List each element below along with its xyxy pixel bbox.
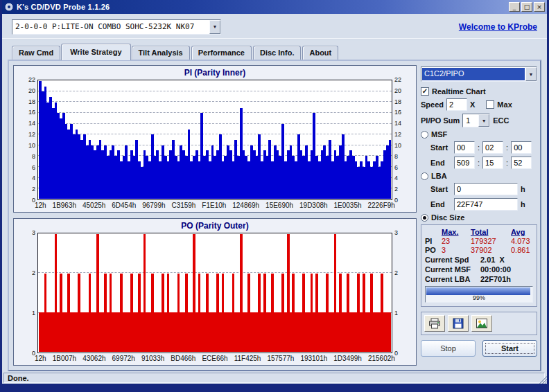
y-tick-label: 2 — [394, 269, 410, 276]
tab-about[interactable]: About — [302, 46, 338, 60]
disc-size-label: Disc Size — [431, 213, 464, 222]
stats-corner — [425, 228, 442, 236]
mode-dropdown-arrow-icon[interactable]: ▼ — [525, 67, 537, 81]
current-msf-row: Current MSF 00:00:00 — [425, 265, 533, 274]
disc-size-radio[interactable]: Disc Size — [421, 213, 537, 222]
y-tick-label: 8 — [394, 153, 410, 160]
y-tick-label: 18 — [20, 98, 35, 105]
main-panel: PI (Parity Inner) 0022446688101012121414… — [8, 60, 541, 371]
current-msf-value: 00:00:00 — [480, 265, 511, 274]
y-tick-label: 0 — [20, 197, 35, 204]
max-label: Max — [497, 100, 512, 109]
x-tick-label: F1E10h — [202, 202, 226, 211]
device-dropdown-arrow-icon[interactable]: ▼ — [209, 20, 220, 34]
y-tick-label: 12 — [20, 131, 35, 138]
msf-start-min-input[interactable] — [454, 141, 475, 154]
y-tick-label: 3 — [20, 229, 35, 236]
po-chart-panel: PO (Parity Outer) 00112233 12h1B007h4306… — [13, 218, 417, 366]
current-speed-label: Current Spd — [425, 256, 476, 264]
y-tick-label: 20 — [20, 87, 35, 94]
lba-end-unit: h — [521, 200, 525, 208]
realtime-chart-label: Realtime Chart — [432, 87, 486, 96]
stats-row-pi-label: PI — [425, 237, 442, 245]
y-tick-label: 22 — [394, 76, 410, 83]
po-plot-outer: 00112233 — [37, 233, 392, 353]
y-tick-label: 3 — [394, 229, 410, 236]
x-tick-label: BD466h — [171, 355, 195, 364]
x-tick-label: 12h — [35, 202, 46, 211]
tab-tilt-analysis[interactable]: Tilt Analysis — [132, 46, 190, 60]
po-plot — [37, 233, 392, 353]
po-x-axis-labels: 12h1B007h43062h69972h91033hBD466hECE66h1… — [35, 355, 395, 364]
y-tick-label: 4 — [394, 175, 410, 181]
maximize-button[interactable]: □ — [521, 2, 532, 12]
x-tick-label: 96799h — [142, 202, 165, 211]
radio-unselected-icon — [421, 172, 428, 180]
y-tick-label: 0 — [20, 350, 35, 357]
print-button[interactable] — [424, 315, 445, 332]
lba-radio[interactable]: LBA — [421, 172, 537, 180]
msf-end-min-input[interactable] — [454, 157, 475, 169]
device-select[interactable]: 2-0-0-0 P:LITE-ON COMBO SOHC-5232K NK07 … — [12, 19, 221, 35]
stop-button[interactable]: Stop — [421, 340, 476, 357]
msf-end-frame-input[interactable] — [511, 157, 532, 169]
x-tick-label: 1B963h — [53, 202, 76, 211]
y-tick-label: 16 — [20, 109, 35, 116]
y-tick-label: 1 — [20, 310, 35, 317]
y-tick-label: 4 — [20, 175, 35, 181]
tab-write-strategy[interactable]: Write Strategy — [61, 44, 130, 60]
y-tick-label: 2 — [20, 186, 35, 193]
y-tick-label: 22 — [20, 76, 35, 83]
realtime-chart-checkbox[interactable]: ✓ Realtime Chart — [421, 87, 486, 96]
pi-x-axis-labels: 12h1B963h45025h6D454h96799hC3159hF1E10h1… — [35, 202, 395, 211]
speed-input[interactable] — [446, 98, 467, 111]
pi-plot-outer: 00224466881010121214141616181820202222 — [37, 80, 392, 200]
app-icon — [4, 2, 14, 12]
y-tick-label: 2 — [394, 186, 410, 193]
y-tick-label: 16 — [394, 109, 410, 116]
titlebar: K's CD/DVD Probe 1.1.26 _ □ × — [2, 0, 547, 14]
msf-start-sec-input[interactable] — [482, 141, 503, 154]
floppy-disk-icon — [453, 318, 464, 329]
app-window: K's CD/DVD Probe 1.1.26 _ □ × 2-0-0-0 P:… — [0, 0, 549, 392]
welcome-link[interactable]: Welcome to KProbe — [459, 22, 537, 32]
msf-end-sec-input[interactable] — [482, 157, 503, 169]
x-tick-label: 2226F9h — [367, 202, 394, 211]
printer-icon — [428, 318, 441, 329]
x-tick-label: 1D3499h — [333, 355, 362, 364]
statusbar: Done. — [2, 372, 547, 384]
resize-grip-icon[interactable] — [538, 375, 547, 384]
lba-end-label: End — [430, 200, 451, 208]
y-tick-label: 0 — [394, 350, 410, 357]
msf-start-frame-input[interactable] — [511, 141, 532, 154]
current-speed-unit: X — [499, 256, 504, 264]
pi-chart-title: PI (Parity Inner) — [17, 68, 413, 79]
tab-disc-info[interactable]: Disc Info. — [253, 46, 302, 60]
mode-select-value: C1C2/PIPO — [422, 68, 525, 80]
colon-separator: : — [478, 159, 480, 167]
msf-radio[interactable]: MSF — [421, 130, 537, 139]
stats-po-max: 3 — [442, 246, 471, 254]
y-tick-label: 14 — [20, 120, 35, 127]
save-button[interactable] — [448, 315, 469, 332]
current-lba-label: Current LBA — [425, 275, 476, 283]
y-tick-label: 0 — [394, 197, 410, 204]
x-tick-label: 15E690h — [265, 202, 293, 211]
pipo-sum-arrow-icon[interactable]: ▼ — [478, 114, 489, 127]
tabstrip: Raw Cmd Write Strategy Tilt Analysis Per… — [8, 42, 541, 60]
close-button[interactable]: × — [534, 2, 545, 12]
x-tick-label: 12h — [35, 355, 46, 364]
pipo-sum-select[interactable]: 1 ▼ — [462, 114, 490, 127]
mode-select[interactable]: C1C2/PIPO ▼ — [421, 66, 537, 82]
lba-start-input[interactable] — [454, 183, 518, 195]
pi-chart-panel: PI (Parity Inner) 0022446688101012121414… — [13, 65, 417, 213]
max-speed-checkbox[interactable]: Max — [486, 100, 512, 109]
tab-raw-cmd[interactable]: Raw Cmd — [12, 46, 60, 60]
tab-performance[interactable]: Performance — [191, 46, 252, 60]
y-tick-label: 10 — [394, 142, 410, 149]
x-tick-label: 91033h — [141, 355, 164, 364]
minimize-button[interactable]: _ — [509, 2, 520, 12]
start-button[interactable]: Start — [482, 340, 537, 357]
lba-end-input[interactable] — [454, 198, 518, 211]
snapshot-button[interactable] — [471, 315, 492, 332]
